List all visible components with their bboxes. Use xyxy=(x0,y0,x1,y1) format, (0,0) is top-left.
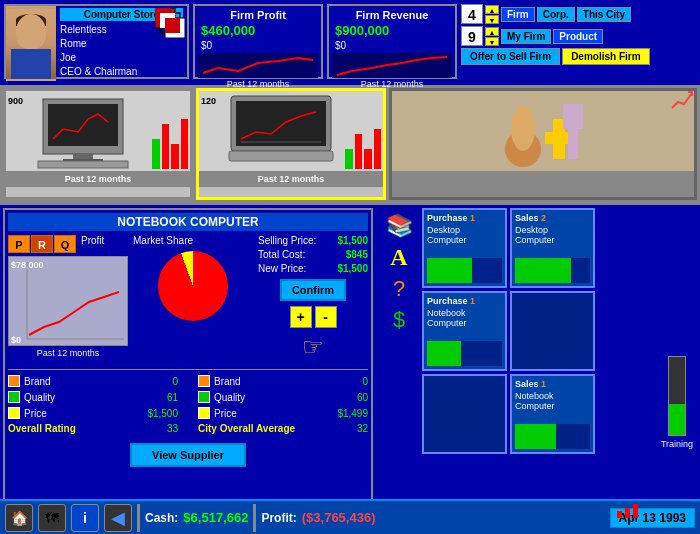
minus-btn[interactable]: - xyxy=(315,306,337,328)
dollar-icon[interactable]: $ xyxy=(393,307,405,333)
question-icon[interactable]: ? xyxy=(393,276,405,302)
price-label: Price xyxy=(24,408,47,419)
status-bar: 🏠 🗺 i ◀ Cash: $6,517,662 Profit: ($3,765… xyxy=(0,499,700,534)
bar-4 xyxy=(181,119,189,169)
sales-notebook-card[interactable]: Sales 1 Notebook Computer xyxy=(510,374,595,454)
pd-num: 1 xyxy=(470,213,475,223)
training-label: Training xyxy=(661,439,693,449)
empty-card-2[interactable] xyxy=(422,374,507,454)
brand-val: 0 xyxy=(172,376,178,387)
status-icon-back[interactable]: ◀ xyxy=(104,504,132,532)
svg-rect-24 xyxy=(617,511,622,518)
side-icon-col: 📚 A ? $ xyxy=(379,208,419,454)
profit-chart-svg xyxy=(198,53,318,78)
city-overall-val: 32 xyxy=(357,423,368,434)
svg-point-17 xyxy=(515,106,531,122)
health-svg xyxy=(483,94,603,169)
desktop-image-area: 900 xyxy=(6,91,190,171)
empty-card-1[interactable] xyxy=(510,291,595,371)
sales-desktop-card[interactable]: Sales 2 Desktop Computer xyxy=(510,208,595,288)
trend-icon-area xyxy=(670,88,695,113)
btn-this-city[interactable]: This City xyxy=(577,7,631,22)
view-supplier-btn[interactable]: View Supplier xyxy=(130,443,246,467)
sd-line2: Desktop xyxy=(515,225,590,235)
counter2-up[interactable]: ▲ xyxy=(485,27,499,36)
cards-grid: Purchase 1 Desktop Computer Sales 2 Desk… xyxy=(422,208,654,454)
price-box xyxy=(8,407,20,419)
letter-a-icon[interactable]: A xyxy=(390,244,407,271)
city-quality-box xyxy=(198,391,210,403)
notebook-panel[interactable]: 120 Past 12 months xyxy=(196,88,386,200)
avatar-body xyxy=(11,49,51,79)
nbar-4 xyxy=(374,129,382,169)
total-cost-label: Total Cost: xyxy=(258,249,305,260)
purchase-notebook-title: Purchase 1 xyxy=(427,296,502,306)
purchase-desktop-card[interactable]: Purchase 1 Desktop Computer xyxy=(422,208,507,288)
counter2-down[interactable]: ▼ xyxy=(485,37,499,46)
nbar-3 xyxy=(364,149,372,169)
stats-section: Brand 0 Quality 61 Price $1,500 Over xyxy=(8,369,368,438)
btn-corp[interactable]: Corp. xyxy=(537,7,575,22)
svg-rect-21 xyxy=(568,129,578,159)
counter1-down[interactable]: ▼ xyxy=(485,15,499,24)
pn-num: 1 xyxy=(470,296,475,306)
btn-firm[interactable]: Firm xyxy=(501,7,535,22)
counter1-up[interactable]: ▲ xyxy=(485,5,499,14)
purchase-desktop-title: Purchase 1 xyxy=(427,213,502,223)
counter-row-2: 9 ▲ ▼ My Firm Product xyxy=(461,26,696,46)
cash-val: $6,517,662 xyxy=(183,510,248,525)
status-icon-1[interactable]: 🏠 xyxy=(5,504,33,532)
sn-line1: Sales xyxy=(515,379,541,389)
pd-bar xyxy=(427,258,472,283)
status-icon-2[interactable]: 🗺 xyxy=(38,504,66,532)
btn-my-firm[interactable]: My Firm xyxy=(501,29,551,44)
divider-1 xyxy=(137,504,140,532)
products-row: 900 Past 12 months 120 xyxy=(0,85,700,205)
city-brand-stat: Brand 0 xyxy=(198,375,368,387)
confirm-btn[interactable]: Confirm xyxy=(280,279,346,301)
desktop-panel[interactable]: 900 Past 12 months xyxy=(3,88,193,200)
price-stat: Price $1,500 xyxy=(8,407,178,419)
profit-label: Profit: xyxy=(261,511,296,525)
sn-bar xyxy=(515,424,556,449)
avatar-image xyxy=(6,9,56,79)
divider-2 xyxy=(253,504,256,532)
selling-price-row: Selling Price: $1,500 xyxy=(258,235,368,246)
panel-title: NOTEBOOK COMPUTER xyxy=(8,213,368,231)
city-price-stat: Price $1,499 xyxy=(198,407,368,419)
offer-sell-btn[interactable]: Offer to Sell Firm xyxy=(461,48,560,65)
city-brand-val: 0 xyxy=(362,376,368,387)
city-quality-val: 60 xyxy=(357,392,368,403)
status-icon-info[interactable]: i xyxy=(71,504,99,532)
profit-chart-area: $78,000 $0 xyxy=(8,256,128,346)
bar-1 xyxy=(152,139,160,169)
new-price-val: $1,500 xyxy=(337,263,368,274)
plus-btn[interactable]: + xyxy=(290,306,312,328)
new-price-label: New Price: xyxy=(258,263,306,274)
counter2-display: 9 xyxy=(461,26,483,46)
person-firstname: Joe xyxy=(60,51,183,65)
revenue-amount: $900,000 xyxy=(332,21,452,40)
book-icon[interactable]: 📚 xyxy=(386,213,413,239)
demolish-btn[interactable]: Demolish Firm xyxy=(562,48,649,65)
person-title: CEO & Chairman xyxy=(60,65,183,79)
pn-bar-area xyxy=(427,341,502,366)
prq-r-btn[interactable]: R xyxy=(31,235,53,253)
profit-chart-svg xyxy=(9,257,129,347)
prq-p-btn[interactable]: P xyxy=(8,235,30,253)
svg-rect-8 xyxy=(73,154,93,159)
avatar-head xyxy=(16,14,46,49)
my-stats: Brand 0 Quality 61 Price $1,500 Over xyxy=(8,375,178,438)
overall-label: Overall Rating xyxy=(8,423,76,434)
notebook-period-label: Past 12 months xyxy=(199,171,383,187)
city-quality-stat: Quality 60 xyxy=(198,391,368,403)
market-area: Market Share xyxy=(133,235,253,361)
action-row: Offer to Sell Firm Demolish Firm xyxy=(461,48,696,65)
version-indicator xyxy=(615,503,640,520)
purchase-notebook-card[interactable]: Purchase 1 Notebook Computer xyxy=(422,291,507,371)
quality-stat: Quality 61 xyxy=(8,391,178,403)
prq-q-btn[interactable]: Q xyxy=(54,235,76,253)
bar-3 xyxy=(171,144,179,169)
panel-inner: P R Q Profit $78,000 $0 Past xyxy=(8,235,368,361)
btn-product[interactable]: Product xyxy=(553,29,603,44)
